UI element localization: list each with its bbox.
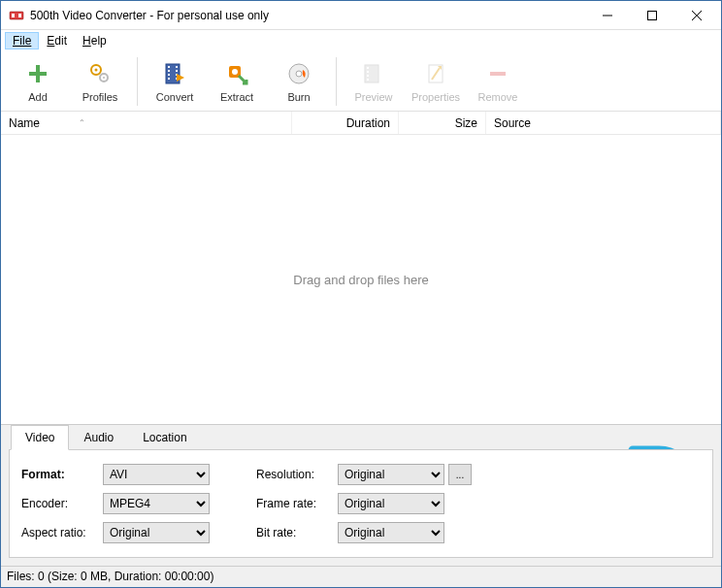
empty-list-hint: Drag and drop files here (293, 273, 428, 287)
resolution-select[interactable]: Original (338, 464, 444, 485)
svg-rect-2 (18, 14, 21, 17)
svg-rect-4 (648, 11, 657, 19)
menu-edit[interactable]: Edit (39, 32, 75, 49)
filmstrip-icon (161, 60, 188, 87)
separator (336, 57, 337, 106)
svg-rect-1 (12, 14, 15, 17)
properties-button: Properties (405, 53, 467, 110)
framerate-select[interactable]: Original (338, 493, 444, 514)
svg-rect-14 (168, 66, 170, 68)
column-duration[interactable]: Duration (292, 112, 399, 134)
window-title: 500th Video Converter - For personal use… (30, 9, 585, 22)
column-size[interactable]: Size (399, 112, 486, 134)
bitrate-label: Bit rate: (256, 526, 334, 539)
settings-panel: Video Audio Location Format: AVI Resolut… (1, 424, 721, 566)
svg-rect-15 (168, 70, 170, 72)
convert-button[interactable]: Convert (144, 53, 206, 110)
titlebar: 500th Video Converter - For personal use… (1, 1, 721, 30)
tab-location[interactable]: Location (128, 425, 201, 450)
aspect-select[interactable]: Original (103, 522, 210, 543)
framerate-label: Frame rate: (256, 497, 334, 510)
extract-icon (223, 60, 250, 87)
maximize-button[interactable] (630, 1, 674, 30)
toolbar: Add Profiles Convert Extract Burn Previe… (1, 51, 721, 112)
statusbar: Files: 0 (Size: 0 MB, Duration: 00:00:00… (1, 566, 721, 587)
svg-rect-16 (168, 74, 170, 76)
plus-icon (24, 60, 51, 87)
menu-file[interactable]: File (5, 32, 39, 49)
add-button[interactable]: Add (7, 53, 69, 110)
tabs: Video Audio Location (1, 425, 721, 450)
format-label: Format: (21, 468, 99, 481)
disc-burn-icon (285, 60, 312, 87)
tab-audio[interactable]: Audio (69, 425, 128, 450)
svg-point-12 (103, 77, 105, 79)
format-select[interactable]: AVI (103, 464, 210, 485)
encoder-select[interactable]: MPEG4 (103, 493, 210, 514)
svg-rect-28 (367, 71, 369, 73)
resolution-browse-button[interactable]: ... (448, 464, 472, 485)
extract-button[interactable]: Extract (206, 53, 268, 110)
app-icon (9, 8, 24, 23)
svg-rect-19 (176, 70, 178, 72)
aspect-label: Aspect ratio: (21, 526, 99, 539)
minimize-button[interactable] (585, 1, 630, 30)
svg-rect-17 (168, 78, 170, 80)
properties-icon (422, 60, 449, 87)
svg-rect-8 (29, 72, 47, 76)
preview-icon (360, 60, 387, 87)
svg-rect-27 (367, 67, 369, 69)
sort-arrow-icon: ⌃ (79, 118, 85, 127)
list-header: Name⌃ Duration Size Source (1, 112, 721, 135)
preview-button: Preview (343, 53, 405, 110)
svg-rect-29 (367, 75, 369, 77)
separator (137, 57, 138, 106)
minus-icon (484, 60, 511, 87)
column-name[interactable]: Name⌃ (1, 112, 292, 134)
svg-point-25 (296, 71, 302, 77)
menubar: File Edit Help (1, 30, 721, 51)
svg-point-10 (95, 68, 98, 71)
tab-content-video: Format: AVI Resolution: Original ... Enc… (9, 449, 713, 558)
svg-rect-30 (367, 79, 369, 81)
close-button[interactable] (674, 1, 719, 30)
resolution-label: Resolution: (256, 468, 334, 481)
bitrate-select[interactable]: Original (338, 522, 444, 543)
svg-rect-18 (176, 66, 178, 68)
window-controls (585, 1, 719, 30)
column-source[interactable]: Source (486, 112, 721, 134)
encoder-label: Encoder: (21, 497, 99, 510)
svg-point-23 (232, 69, 238, 75)
tab-video[interactable]: Video (11, 425, 69, 450)
profiles-button[interactable]: Profiles (69, 53, 131, 110)
burn-button[interactable]: Burn (268, 53, 330, 110)
gears-icon (86, 60, 114, 87)
svg-rect-32 (490, 72, 506, 76)
file-list-dropzone[interactable]: Drag and drop files here (1, 135, 721, 424)
remove-button: Remove (467, 53, 529, 110)
menu-help[interactable]: Help (75, 32, 115, 49)
app-window: 500th Video Converter - For personal use… (0, 0, 722, 588)
